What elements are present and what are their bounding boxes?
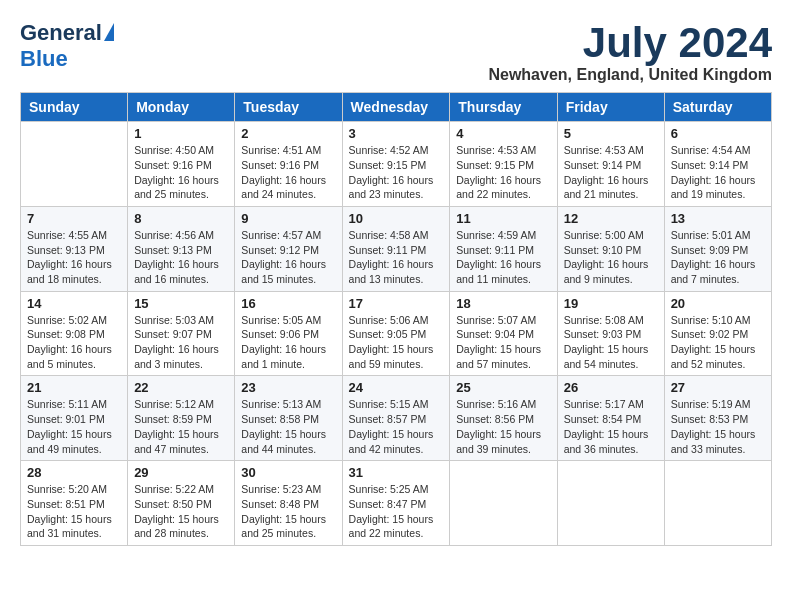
calendar-cell: 25Sunrise: 5:16 AM Sunset: 8:56 PM Dayli…	[450, 376, 557, 461]
calendar-week-row: 28Sunrise: 5:20 AM Sunset: 8:51 PM Dayli…	[21, 461, 772, 546]
day-number: 25	[456, 380, 550, 395]
calendar-cell	[21, 122, 128, 207]
day-info: Sunrise: 5:00 AM Sunset: 9:10 PM Dayligh…	[564, 228, 658, 287]
calendar-week-row: 14Sunrise: 5:02 AM Sunset: 9:08 PM Dayli…	[21, 291, 772, 376]
day-info: Sunrise: 5:25 AM Sunset: 8:47 PM Dayligh…	[349, 482, 444, 541]
calendar-week-row: 1Sunrise: 4:50 AM Sunset: 9:16 PM Daylig…	[21, 122, 772, 207]
day-number: 24	[349, 380, 444, 395]
day-info: Sunrise: 5:12 AM Sunset: 8:59 PM Dayligh…	[134, 397, 228, 456]
day-info: Sunrise: 5:01 AM Sunset: 9:09 PM Dayligh…	[671, 228, 765, 287]
calendar-cell: 13Sunrise: 5:01 AM Sunset: 9:09 PM Dayli…	[664, 206, 771, 291]
day-info: Sunrise: 4:56 AM Sunset: 9:13 PM Dayligh…	[134, 228, 228, 287]
day-info: Sunrise: 4:57 AM Sunset: 9:12 PM Dayligh…	[241, 228, 335, 287]
day-number: 29	[134, 465, 228, 480]
day-info: Sunrise: 4:59 AM Sunset: 9:11 PM Dayligh…	[456, 228, 550, 287]
calendar-cell: 1Sunrise: 4:50 AM Sunset: 9:16 PM Daylig…	[128, 122, 235, 207]
calendar-week-row: 21Sunrise: 5:11 AM Sunset: 9:01 PM Dayli…	[21, 376, 772, 461]
day-of-week-header: Saturday	[664, 93, 771, 122]
page-header: General Blue July 2024 Newhaven, England…	[20, 20, 772, 84]
calendar-week-row: 7Sunrise: 4:55 AM Sunset: 9:13 PM Daylig…	[21, 206, 772, 291]
calendar-cell: 10Sunrise: 4:58 AM Sunset: 9:11 PM Dayli…	[342, 206, 450, 291]
day-number: 5	[564, 126, 658, 141]
day-info: Sunrise: 5:06 AM Sunset: 9:05 PM Dayligh…	[349, 313, 444, 372]
day-number: 9	[241, 211, 335, 226]
logo-general: General	[20, 20, 102, 46]
calendar-cell: 26Sunrise: 5:17 AM Sunset: 8:54 PM Dayli…	[557, 376, 664, 461]
day-of-week-header: Monday	[128, 93, 235, 122]
day-info: Sunrise: 5:02 AM Sunset: 9:08 PM Dayligh…	[27, 313, 121, 372]
day-number: 16	[241, 296, 335, 311]
day-number: 6	[671, 126, 765, 141]
calendar-cell: 5Sunrise: 4:53 AM Sunset: 9:14 PM Daylig…	[557, 122, 664, 207]
day-number: 17	[349, 296, 444, 311]
calendar-cell: 21Sunrise: 5:11 AM Sunset: 9:01 PM Dayli…	[21, 376, 128, 461]
day-info: Sunrise: 5:17 AM Sunset: 8:54 PM Dayligh…	[564, 397, 658, 456]
day-info: Sunrise: 5:08 AM Sunset: 9:03 PM Dayligh…	[564, 313, 658, 372]
day-number: 21	[27, 380, 121, 395]
day-info: Sunrise: 4:55 AM Sunset: 9:13 PM Dayligh…	[27, 228, 121, 287]
day-number: 27	[671, 380, 765, 395]
calendar-cell: 14Sunrise: 5:02 AM Sunset: 9:08 PM Dayli…	[21, 291, 128, 376]
calendar-cell: 20Sunrise: 5:10 AM Sunset: 9:02 PM Dayli…	[664, 291, 771, 376]
day-number: 12	[564, 211, 658, 226]
day-number: 14	[27, 296, 121, 311]
title-area: July 2024 Newhaven, England, United King…	[488, 20, 772, 84]
day-of-week-header: Wednesday	[342, 93, 450, 122]
day-number: 1	[134, 126, 228, 141]
day-info: Sunrise: 5:13 AM Sunset: 8:58 PM Dayligh…	[241, 397, 335, 456]
calendar-cell: 6Sunrise: 4:54 AM Sunset: 9:14 PM Daylig…	[664, 122, 771, 207]
calendar-cell: 3Sunrise: 4:52 AM Sunset: 9:15 PM Daylig…	[342, 122, 450, 207]
calendar-cell: 8Sunrise: 4:56 AM Sunset: 9:13 PM Daylig…	[128, 206, 235, 291]
calendar-cell: 19Sunrise: 5:08 AM Sunset: 9:03 PM Dayli…	[557, 291, 664, 376]
calendar-cell: 11Sunrise: 4:59 AM Sunset: 9:11 PM Dayli…	[450, 206, 557, 291]
day-info: Sunrise: 5:19 AM Sunset: 8:53 PM Dayligh…	[671, 397, 765, 456]
day-number: 19	[564, 296, 658, 311]
day-info: Sunrise: 4:58 AM Sunset: 9:11 PM Dayligh…	[349, 228, 444, 287]
day-info: Sunrise: 5:07 AM Sunset: 9:04 PM Dayligh…	[456, 313, 550, 372]
day-number: 18	[456, 296, 550, 311]
day-number: 31	[349, 465, 444, 480]
calendar-cell: 2Sunrise: 4:51 AM Sunset: 9:16 PM Daylig…	[235, 122, 342, 207]
day-info: Sunrise: 4:51 AM Sunset: 9:16 PM Dayligh…	[241, 143, 335, 202]
day-number: 2	[241, 126, 335, 141]
day-of-week-header: Friday	[557, 93, 664, 122]
calendar-cell: 30Sunrise: 5:23 AM Sunset: 8:48 PM Dayli…	[235, 461, 342, 546]
day-number: 28	[27, 465, 121, 480]
day-of-week-header: Sunday	[21, 93, 128, 122]
day-info: Sunrise: 5:23 AM Sunset: 8:48 PM Dayligh…	[241, 482, 335, 541]
day-info: Sunrise: 5:15 AM Sunset: 8:57 PM Dayligh…	[349, 397, 444, 456]
day-of-week-header: Thursday	[450, 93, 557, 122]
calendar-cell: 27Sunrise: 5:19 AM Sunset: 8:53 PM Dayli…	[664, 376, 771, 461]
day-number: 26	[564, 380, 658, 395]
calendar-cell	[557, 461, 664, 546]
day-info: Sunrise: 5:22 AM Sunset: 8:50 PM Dayligh…	[134, 482, 228, 541]
logo-icon	[104, 23, 114, 41]
calendar-cell	[664, 461, 771, 546]
day-info: Sunrise: 5:11 AM Sunset: 9:01 PM Dayligh…	[27, 397, 121, 456]
calendar-cell: 15Sunrise: 5:03 AM Sunset: 9:07 PM Dayli…	[128, 291, 235, 376]
calendar-cell	[450, 461, 557, 546]
day-number: 20	[671, 296, 765, 311]
day-number: 7	[27, 211, 121, 226]
calendar-cell: 12Sunrise: 5:00 AM Sunset: 9:10 PM Dayli…	[557, 206, 664, 291]
calendar-cell: 17Sunrise: 5:06 AM Sunset: 9:05 PM Dayli…	[342, 291, 450, 376]
month-title: July 2024	[488, 20, 772, 66]
day-info: Sunrise: 5:16 AM Sunset: 8:56 PM Dayligh…	[456, 397, 550, 456]
day-info: Sunrise: 5:03 AM Sunset: 9:07 PM Dayligh…	[134, 313, 228, 372]
calendar-header-row: SundayMondayTuesdayWednesdayThursdayFrid…	[21, 93, 772, 122]
day-number: 11	[456, 211, 550, 226]
day-number: 22	[134, 380, 228, 395]
day-info: Sunrise: 4:54 AM Sunset: 9:14 PM Dayligh…	[671, 143, 765, 202]
logo: General Blue	[20, 20, 114, 72]
day-of-week-header: Tuesday	[235, 93, 342, 122]
day-info: Sunrise: 5:05 AM Sunset: 9:06 PM Dayligh…	[241, 313, 335, 372]
calendar-cell: 9Sunrise: 4:57 AM Sunset: 9:12 PM Daylig…	[235, 206, 342, 291]
day-info: Sunrise: 4:52 AM Sunset: 9:15 PM Dayligh…	[349, 143, 444, 202]
logo-blue: Blue	[20, 46, 68, 72]
day-info: Sunrise: 4:50 AM Sunset: 9:16 PM Dayligh…	[134, 143, 228, 202]
calendar-cell: 7Sunrise: 4:55 AM Sunset: 9:13 PM Daylig…	[21, 206, 128, 291]
calendar-cell: 4Sunrise: 4:53 AM Sunset: 9:15 PM Daylig…	[450, 122, 557, 207]
calendar-cell: 28Sunrise: 5:20 AM Sunset: 8:51 PM Dayli…	[21, 461, 128, 546]
day-info: Sunrise: 4:53 AM Sunset: 9:14 PM Dayligh…	[564, 143, 658, 202]
calendar-cell: 16Sunrise: 5:05 AM Sunset: 9:06 PM Dayli…	[235, 291, 342, 376]
